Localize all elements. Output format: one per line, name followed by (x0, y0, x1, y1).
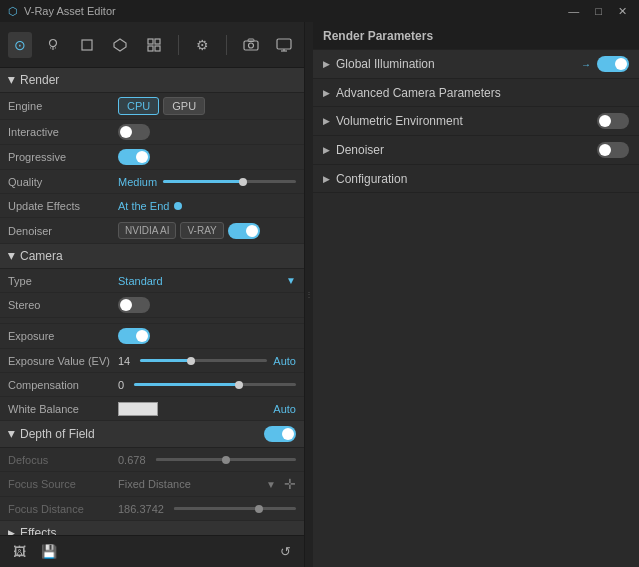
configuration-header[interactable]: ▶ Configuration (313, 165, 639, 193)
render-tab-icon[interactable]: ⊙ (8, 32, 32, 58)
denoiser-right-label: Denoiser (336, 143, 597, 157)
focus-distance-slider[interactable] (174, 507, 296, 510)
render-parameters-header: Render Parameters (313, 22, 639, 50)
defocus-slider[interactable] (156, 458, 296, 461)
interactive-label: Interactive (8, 126, 118, 138)
svg-rect-8 (148, 46, 153, 51)
update-effects-label: Update Effects (8, 200, 118, 212)
progressive-toggle[interactable] (118, 149, 150, 165)
vol-label: Volumetric Environment (336, 114, 597, 128)
exposure-slider[interactable] (140, 359, 267, 362)
nvidia-ai-button[interactable]: NVIDIA AI (118, 222, 176, 239)
camera-type-text: Standard (118, 275, 163, 287)
denoiser-toggle[interactable] (228, 223, 260, 239)
focus-source-text: Fixed Distance (118, 478, 191, 490)
toolbar-separator2 (226, 35, 227, 55)
quality-slider[interactable] (163, 180, 296, 183)
focus-source-label: Focus Source (8, 478, 118, 490)
update-effects-value: At the End (118, 200, 296, 212)
white-balance-row: White Balance Auto (0, 397, 304, 421)
vray-button[interactable]: V-RAY (180, 222, 223, 239)
compensation-slider[interactable] (134, 383, 296, 386)
maximize-button[interactable]: □ (591, 5, 606, 18)
denoiser-right-toggle[interactable] (597, 142, 629, 158)
preview-icon[interactable]: 🖼 (8, 541, 30, 563)
dof-section-label: Depth of Field (20, 427, 95, 441)
exposure-value-text: 14 (118, 355, 130, 367)
stereo-label: Stereo (8, 299, 118, 311)
minimize-button[interactable]: — (564, 5, 583, 18)
denoiser-right-arrow-icon: ▶ (323, 145, 330, 155)
gi-row: Global Illumination → (336, 56, 629, 72)
interactive-toggle[interactable] (118, 124, 150, 140)
dof-toggle[interactable] (264, 426, 296, 442)
advanced-camera-header[interactable]: ▶ Advanced Camera Parameters (313, 79, 639, 107)
interactive-row: Interactive (0, 120, 304, 145)
gi-toggle[interactable] (597, 56, 629, 72)
interactive-value (118, 124, 296, 140)
stereo-toggle[interactable] (118, 297, 150, 313)
gi-expand-icon: → (581, 59, 591, 70)
svg-point-0 (50, 39, 57, 46)
stereo-row: Stereo (0, 293, 304, 318)
volumetric-header[interactable]: ▶ Volumetric Environment (313, 107, 639, 136)
settings-tab-icon[interactable]: ⚙ (191, 32, 215, 58)
panel-divider[interactable]: ⋮ (305, 22, 313, 567)
right-panel: Render Parameters ▶ Global Illumination … (313, 22, 639, 567)
denoiser-label: Denoiser (8, 225, 118, 237)
compensation-row: Compensation 0 (0, 373, 304, 397)
focus-source-dropdown-icon[interactable]: ▼ (266, 479, 276, 490)
focus-distance-controls: 186.3742 (118, 503, 296, 515)
quality-text: Medium (118, 176, 157, 188)
adv-cam-arrow-icon: ▶ (323, 88, 330, 98)
defocus-label: Defocus (8, 454, 118, 466)
geometry-tab-icon[interactable] (75, 32, 99, 58)
svg-rect-12 (248, 39, 254, 42)
camera-section-label: Camera (20, 249, 63, 263)
light-tab-icon[interactable] (42, 32, 66, 58)
reset-icon[interactable]: ↺ (274, 541, 296, 563)
camera-type-dropdown-icon[interactable]: ▼ (286, 275, 296, 286)
gpu-button[interactable]: GPU (163, 97, 205, 115)
gi-arrow-icon: ▶ (323, 59, 330, 69)
defocus-controls: 0.678 (118, 454, 296, 466)
config-arrow-icon: ▶ (323, 174, 330, 184)
save-icon[interactable]: 💾 (38, 541, 60, 563)
camera-section-header[interactable]: ▶ Camera (0, 244, 304, 269)
config-label: Configuration (336, 172, 407, 186)
toolbar: ⊙ ⚙ (0, 22, 304, 68)
denoiser-right-row: Denoiser (336, 142, 629, 158)
render-section-header[interactable]: ▶ Render (0, 68, 304, 93)
svg-rect-7 (155, 39, 160, 44)
update-effects-text: At the End (118, 200, 169, 212)
progressive-value (118, 149, 296, 165)
progressive-row: Progressive (0, 145, 304, 170)
svg-rect-6 (148, 39, 153, 44)
camera-tab-icon[interactable] (239, 32, 263, 58)
defocus-row: Defocus 0.678 (0, 448, 304, 472)
global-illumination-header[interactable]: ▶ Global Illumination → (313, 50, 639, 79)
display-tab-icon[interactable] (273, 32, 297, 58)
white-balance-auto-button[interactable]: Auto (273, 403, 296, 415)
effects-section-header[interactable]: ▶ Effects (0, 521, 304, 535)
compensation-label: Compensation (8, 379, 118, 391)
texture-tab-icon[interactable] (142, 32, 166, 58)
compensation-value-text: 0 (118, 379, 124, 391)
denoiser-right-header[interactable]: ▶ Denoiser (313, 136, 639, 165)
gi-label: Global Illumination (336, 57, 581, 71)
stereo-value (118, 297, 296, 313)
close-button[interactable]: ✕ (614, 5, 631, 18)
white-balance-color[interactable] (118, 402, 158, 416)
left-scroll-area[interactable]: ▶ Render Engine CPU GPU Interactive (0, 68, 304, 535)
material-tab-icon[interactable] (109, 32, 133, 58)
effects-section-label: Effects (20, 526, 56, 535)
exposure-toggle[interactable] (118, 328, 150, 344)
cpu-button[interactable]: CPU (118, 97, 159, 115)
dof-section-header[interactable]: ▶ Depth of Field (0, 421, 304, 448)
camera-type-row: Type Standard ▼ (0, 269, 304, 293)
dof-arrow-icon: ▶ (7, 431, 17, 438)
exposure-auto-button[interactable]: Auto (273, 355, 296, 367)
svg-rect-4 (82, 40, 92, 50)
focus-source-add-icon[interactable]: ✛ (284, 476, 296, 492)
vol-toggle[interactable] (597, 113, 629, 129)
